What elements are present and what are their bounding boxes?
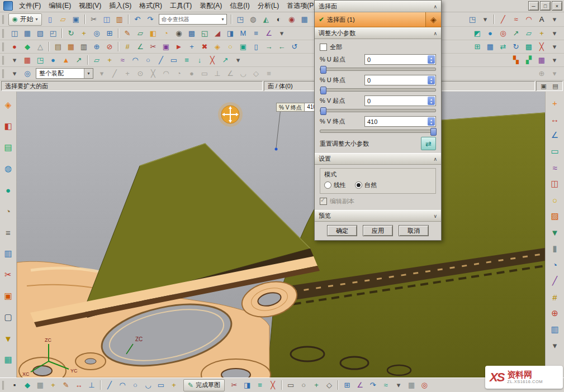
restore-button[interactable]: □ [540, 1, 551, 11]
more-draw-icon[interactable]: ▾ [548, 13, 561, 26]
measure-angle-icon[interactable]: ∠ [548, 128, 562, 142]
all-checkbox[interactable]: 全部 [320, 42, 436, 52]
fillet-icon[interactable]: ◡ [142, 379, 154, 391]
project-icon[interactable]: ↓ [193, 54, 206, 66]
paste-icon[interactable]: ▥ [113, 13, 126, 26]
film-icon[interactable]: ▥ [78, 41, 90, 53]
cross2-icon[interactable]: ╳ [535, 41, 548, 53]
mode-radio-1[interactable]: 自然 [355, 181, 377, 189]
auto-dimension-icon[interactable]: ∠ [354, 379, 366, 391]
snap-toggle-icon[interactable]: + [47, 379, 59, 391]
stats-icon[interactable]: ▥ [548, 323, 562, 336]
extrude-icon[interactable]: ◧ [147, 27, 159, 40]
snap-midpoint-icon[interactable]: + [121, 68, 134, 80]
snap-perpendicular-icon[interactable]: ⊥ [211, 68, 224, 80]
quad-color-icon[interactable]: ▚ [510, 54, 522, 66]
slash-icon[interactable]: ╱ [548, 274, 562, 288]
pattern-feature-icon[interactable]: ▩ [186, 27, 198, 40]
mode-radio-0[interactable]: 线性 [324, 181, 346, 189]
view-cube-icon[interactable]: ◳ [234, 13, 247, 26]
screen-icon[interactable]: ▦ [2, 353, 15, 366]
quad-icon[interactable]: ⊞ [471, 41, 484, 53]
stamp-icon[interactable]: ▣ [160, 41, 172, 53]
pattern2-icon[interactable]: ▦ [535, 54, 548, 66]
tile-window-icon[interactable]: ▣ [539, 82, 548, 91]
snap-offset-icon[interactable]: ≡ [263, 68, 275, 80]
spinner-buttons[interactable]: ▴▾ [428, 76, 435, 84]
more-d-icon[interactable]: ▾ [548, 54, 561, 66]
red-grid-icon[interactable]: ▦ [21, 54, 34, 66]
plan-icon[interactable]: ▦ [65, 41, 77, 53]
layer-settings-icon[interactable]: ▧ [34, 27, 46, 40]
dimension-icon[interactable]: ↔ [73, 379, 85, 391]
history-icon[interactable]: ◔ [2, 204, 15, 218]
web-browser-icon[interactable]: ◍ [2, 162, 15, 175]
ruler-icon[interactable]: # [121, 41, 134, 53]
slider-handle[interactable] [430, 128, 437, 136]
orient-view-icon[interactable]: ◭ [260, 13, 272, 26]
palette-icon[interactable]: ◈ [2, 98, 15, 112]
slider-handle[interactable] [320, 87, 326, 94]
move-face-icon[interactable]: M [237, 27, 249, 40]
offset-icon[interactable]: ≡ [181, 54, 193, 66]
tag-icon[interactable]: ◧ [2, 119, 15, 133]
globe-icon[interactable]: ● [2, 183, 15, 197]
line-red-icon[interactable]: ╱ [497, 13, 509, 26]
unite-icon[interactable]: ◱ [198, 27, 211, 40]
more-b-icon[interactable]: ▾ [548, 27, 561, 40]
convert-icon[interactable]: ↷ [367, 379, 379, 391]
snap-tangent-icon[interactable]: ◡ [237, 68, 249, 80]
column-icon[interactable]: ▮ [548, 242, 562, 255]
corner-icon[interactable]: ╳ [267, 379, 279, 391]
section-view-icon[interactable]: ◫ [548, 177, 562, 190]
grid2-icon[interactable]: ▩ [523, 41, 535, 53]
rotate-view-icon[interactable]: ↻ [65, 27, 77, 40]
chip-icon[interactable]: ▣ [237, 41, 249, 53]
part-navigator-icon[interactable]: ▤ [2, 141, 15, 154]
pan-view-icon[interactable]: + [78, 27, 90, 40]
export-icon[interactable]: → [263, 41, 275, 53]
grid-snap-icon[interactable]: # [548, 290, 562, 304]
snap-intersection-icon[interactable]: ╳ [147, 68, 159, 80]
zoom-view-icon[interactable]: ◎ [91, 27, 103, 40]
texture-icon[interactable]: ▨ [548, 209, 562, 223]
offset-curve-icon[interactable]: ≡ [254, 379, 266, 391]
constraint-icon[interactable]: ⊥ [86, 379, 98, 391]
reset-button[interactable]: ⇄ [421, 137, 436, 150]
snip-icon[interactable]: ✂ [147, 41, 159, 53]
evaluate-icon[interactable]: ≈ [380, 379, 392, 391]
view-orient-icon[interactable]: ◳ [466, 13, 478, 26]
ok-button[interactable]: 确定 [327, 225, 357, 236]
deviation-icon[interactable]: ≈ [548, 161, 562, 174]
display-mode-icon[interactable]: ◫ [8, 27, 21, 40]
gem2-icon[interactable]: ◈ [211, 41, 224, 53]
param-slider[interactable] [320, 87, 436, 93]
param-slider[interactable] [320, 128, 436, 135]
quick-trim-icon[interactable]: ✂ [228, 379, 240, 391]
add-geometry-icon[interactable]: + [310, 379, 323, 391]
selection-scope-combo[interactable]: 整个装配 ▾ [36, 68, 93, 79]
snap-target-icon[interactable]: ◎ [418, 379, 430, 391]
target-lock-icon[interactable]: ⊕ [548, 307, 562, 320]
display-grid-icon[interactable]: ▦ [405, 379, 418, 391]
measure-distance-icon[interactable]: ↔ [548, 112, 562, 126]
select-face-button[interactable]: ◈ [425, 12, 441, 27]
blue-sphere-icon[interactable]: ● [47, 54, 59, 66]
teal-cube-icon[interactable]: ◳ [34, 54, 46, 66]
diamond-icon[interactable]: ◇ [323, 379, 335, 391]
bottom-grip-icon[interactable]: ▪ [8, 379, 21, 391]
import-icon[interactable]: ← [276, 41, 288, 53]
more-curve-icon[interactable]: ▾ [232, 54, 244, 66]
command-finder-input[interactable]: 命令查找器 ▾ [159, 14, 227, 25]
snap-rect-icon[interactable]: ▭ [198, 68, 211, 80]
snap-angle-icon[interactable]: ∠ [224, 68, 236, 80]
filter-dropdown-icon[interactable]: ▾ [8, 54, 21, 66]
delete-icon[interactable]: ✖ [198, 41, 211, 53]
drag-handle-point[interactable] [275, 148, 278, 151]
model-canvas[interactable]: ZC ZC XC YC [17, 92, 545, 377]
param-spinbox[interactable]: 410▴▾ [364, 116, 436, 127]
undo-icon[interactable]: ↶ [131, 13, 144, 26]
material-icon[interactable]: ◉ [286, 13, 298, 26]
swap-icon[interactable]: ⇄ [497, 41, 509, 53]
rectangle-icon[interactable]: ▭ [155, 379, 167, 391]
